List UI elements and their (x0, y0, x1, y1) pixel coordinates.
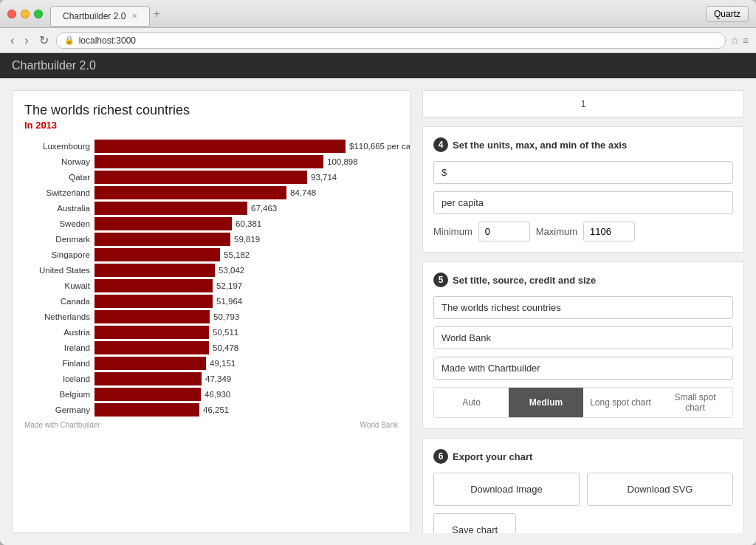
min-input[interactable] (478, 222, 530, 241)
bar-row: Luxembourg$110,665 per capita (24, 140, 398, 153)
bar-value-label: 59,819 (234, 235, 260, 244)
bar-container: 50,793 (94, 310, 398, 323)
bar-container: 51,964 (94, 295, 398, 308)
bar-container: 59,819 (94, 233, 398, 246)
chart-source: World Bank (360, 421, 398, 429)
bar-row: Netherlands50,793 (24, 310, 398, 323)
size-tab-medium[interactable]: Medium (509, 388, 583, 417)
app-header: Chartbuilder 2.0 (0, 53, 756, 78)
size-tab-small[interactable]: Small spot chart (658, 388, 732, 417)
credit-input[interactable] (433, 357, 733, 380)
menu-icon[interactable]: ≡ (743, 35, 749, 47)
bar-value-label: 93,714 (311, 173, 337, 182)
bar-value-label: 46,930 (205, 390, 230, 399)
bar-label: Sweden (24, 219, 94, 228)
close-button[interactable] (7, 10, 16, 18)
bar-fill (94, 171, 307, 184)
bar-label: Finland (24, 359, 94, 368)
tab-bar: Chartbuilder 2.0 ✕ + (50, 1, 706, 27)
step-number: 1 (580, 98, 585, 109)
prefix-field (433, 161, 733, 184)
bar-container: $110,665 per capita (94, 140, 410, 153)
prefix-input[interactable] (433, 161, 733, 184)
refresh-button[interactable]: ↻ (36, 32, 52, 49)
bar-value-label: $110,665 per capita (349, 142, 410, 151)
chart-title: The worlds richest countries (24, 103, 398, 118)
bar-fill (94, 388, 201, 401)
bar-value-label: 67,463 (251, 204, 277, 213)
lock-icon: 🔒 (64, 35, 75, 45)
bar-container: 50,478 (94, 341, 398, 354)
bar-value-label: 84,748 (290, 188, 316, 197)
max-input[interactable] (583, 222, 635, 241)
bar-label: Ireland (24, 343, 94, 352)
url-text: localhost:3000 (79, 35, 136, 46)
nav-actions: ☆ ≡ (730, 35, 749, 47)
bar-value-label: 100,898 (327, 157, 358, 166)
bar-container: 50,511 (94, 326, 398, 339)
back-button[interactable]: ‹ (7, 32, 17, 49)
size-tab-auto[interactable]: Auto (434, 388, 509, 417)
min-label: Minimum (433, 226, 472, 237)
chart-credit: Made with Chartbuilder (24, 421, 100, 429)
minimize-button[interactable] (21, 10, 30, 18)
tab-close-icon[interactable]: ✕ (131, 12, 137, 20)
bar-fill (94, 140, 346, 153)
save-chart-button[interactable]: Save chart (433, 513, 516, 533)
bar-value-label: 53,042 (219, 266, 244, 275)
chart-title-input[interactable] (433, 296, 733, 319)
nav-bar: ‹ › ↻ 🔒 localhost:3000 ☆ ≡ (0, 28, 756, 53)
bar-row: Denmark59,819 (24, 233, 398, 246)
bar-label: Luxembourg (24, 142, 94, 151)
app-title: Chartbuilder 2.0 (12, 59, 96, 72)
bar-row: Ireland50,478 (24, 341, 398, 354)
bar-fill (94, 341, 209, 354)
forward-button[interactable]: › (21, 32, 31, 49)
bar-row: Canada51,964 (24, 295, 398, 308)
address-bar[interactable]: 🔒 localhost:3000 (56, 32, 726, 49)
bar-container: 100,898 (94, 155, 398, 168)
suffix-input[interactable] (433, 191, 733, 214)
download-image-button[interactable]: Download Image (433, 473, 580, 506)
app-body: The worlds richest countries In 2013 Lux… (0, 78, 756, 545)
bar-fill (94, 202, 247, 215)
bar-chart: Luxembourg$110,665 per capitaNorway100,8… (24, 140, 398, 417)
bar-label: Iceland (24, 374, 94, 383)
settings-panel: 1 4 Set the units, max, and min of the a… (422, 90, 744, 533)
chart-footer: Made with Chartbuilder World Bank (24, 421, 398, 429)
bar-row: Austria50,511 (24, 326, 398, 339)
bar-row: Iceland47,349 (24, 372, 398, 385)
suffix-field (433, 191, 733, 214)
browser-tab[interactable]: Chartbuilder 2.0 ✕ (50, 6, 150, 27)
bar-container: 84,748 (94, 186, 398, 199)
bar-row: Belgium46,930 (24, 388, 398, 401)
source-input[interactable] (433, 326, 733, 349)
export-row: Download Image Download SVG (433, 473, 733, 506)
step-5-icon: 5 (433, 272, 448, 287)
bookmark-icon[interactable]: ☆ (730, 35, 740, 47)
bar-container: 46,930 (94, 388, 398, 401)
bar-value-label: 50,478 (213, 343, 238, 352)
bar-value-label: 55,182 (224, 250, 250, 259)
section-6-title: 6 Export your chart (433, 449, 733, 464)
bar-label: Norway (24, 157, 94, 166)
bar-label: Kuwait (24, 281, 94, 290)
bar-fill (94, 357, 206, 370)
max-label: Maximum (536, 226, 577, 237)
bar-container: 49,151 (94, 357, 398, 370)
step-6-icon: 6 (433, 449, 448, 464)
bar-container: 52,197 (94, 279, 398, 292)
bar-container: 55,182 (94, 248, 398, 261)
bar-fill (94, 217, 232, 230)
bar-row: United States53,042 (24, 264, 398, 277)
bar-label: Belgium (24, 390, 94, 399)
maximize-button[interactable] (34, 10, 43, 18)
download-svg-button[interactable]: Download SVG (587, 473, 733, 506)
quartz-button[interactable]: Quartz (706, 6, 749, 22)
bar-container: 53,042 (94, 264, 398, 277)
size-tab-long[interactable]: Long spot chart (583, 388, 658, 417)
bar-label: United States (24, 266, 94, 275)
bar-row: Sweden60,381 (24, 217, 398, 230)
new-tab-button[interactable]: + (153, 7, 159, 21)
tab-title: Chartbuilder 2.0 (63, 11, 126, 21)
